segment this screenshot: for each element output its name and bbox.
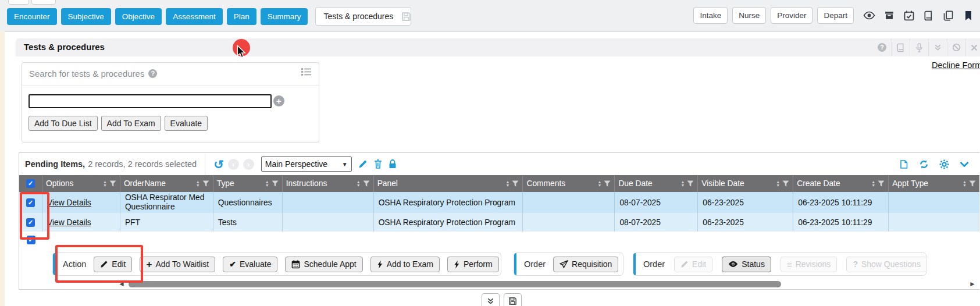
filter-icon[interactable] <box>604 180 611 187</box>
bookmark-icon[interactable] <box>962 10 974 22</box>
search-panel: Search for tests & procedures ? + Add To… <box>22 62 319 143</box>
button-label: Status <box>742 259 765 269</box>
row-checkbox[interactable]: ✓ <box>19 213 42 232</box>
filter-icon[interactable] <box>878 180 885 187</box>
evaluate-button[interactable]: ✔ Evaluate <box>223 257 277 272</box>
row-checkbox[interactable]: ✓ <box>19 192 42 213</box>
add-to-exam-button[interactable]: Add To Exam <box>101 116 161 131</box>
scroll-right-arrow[interactable]: ► <box>969 280 976 288</box>
table-row[interactable]: ✓ View Details PFT Tests OSHA Respirator… <box>19 213 979 232</box>
microphone-icon[interactable] <box>910 38 928 56</box>
sort-icon[interactable]: ▲▼ <box>680 180 685 187</box>
undo-icon[interactable]: ↺ <box>213 158 224 170</box>
sort-icon[interactable]: ▲▼ <box>103 180 107 187</box>
copy-icon[interactable] <box>942 10 954 22</box>
horizontal-scrollbar[interactable] <box>129 281 781 287</box>
tab-tests-procedures[interactable]: Tests & procedures <box>315 7 411 26</box>
cell-comments <box>523 192 615 213</box>
column-header-appt-type[interactable]: Appt Type ▲▼ <box>889 175 979 192</box>
tab-encounter[interactable]: Encounter <box>7 8 57 25</box>
sort-icon[interactable]: ▲▼ <box>871 180 875 187</box>
archive-icon[interactable] <box>883 10 895 22</box>
intake-button[interactable]: Intake <box>693 7 728 24</box>
tab-assessment[interactable]: Assessment <box>166 8 223 25</box>
column-header-due-date[interactable]: Due Date ▲▼ <box>615 175 698 192</box>
edit-button[interactable]: Edit <box>94 257 132 272</box>
sort-icon[interactable]: ▲▼ <box>265 180 269 187</box>
filter-icon[interactable] <box>687 180 694 187</box>
book-icon[interactable] <box>922 10 935 22</box>
filter-icon[interactable] <box>969 180 976 187</box>
requisition-button[interactable]: Requisition <box>553 257 618 272</box>
filter-icon[interactable] <box>272 180 279 187</box>
perform-button[interactable]: Perform <box>447 257 499 272</box>
table-row[interactable]: ✓ View Details OSHA Respirator Med Quest… <box>19 192 979 213</box>
add-icon[interactable]: + <box>273 95 284 106</box>
sort-icon[interactable]: ▲▼ <box>196 180 200 187</box>
decline-form-link[interactable]: Decline Form <box>932 61 980 70</box>
column-header-instructions[interactable]: Instructions ▲▼ <box>283 175 374 192</box>
depart-button[interactable]: Depart <box>817 7 854 24</box>
chevron-down-icon[interactable] <box>960 161 969 168</box>
column-header-panel[interactable]: Panel ▲▼ <box>374 175 523 192</box>
book-icon[interactable] <box>891 38 910 56</box>
view-details-link[interactable]: View Details <box>47 218 91 227</box>
save-icon[interactable] <box>401 12 411 22</box>
order-edit-button[interactable]: Edit <box>674 257 712 272</box>
footer-checkbox[interactable]: ✓ <box>19 236 42 244</box>
filter-icon[interactable] <box>782 180 789 187</box>
filter-icon[interactable] <box>363 180 370 187</box>
status-button[interactable]: Status <box>722 257 771 272</box>
add-to-exam-button[interactable]: Add to Exam <box>370 257 440 272</box>
column-header-comments[interactable]: Comments ▲▼ <box>523 175 615 192</box>
perspective-select[interactable]: Main Perspective ▼ <box>261 156 352 172</box>
help-icon[interactable]: ? <box>148 69 157 78</box>
refresh-icon[interactable] <box>919 159 929 169</box>
provider-button[interactable]: Provider <box>771 7 812 24</box>
document-icon[interactable] <box>899 159 908 169</box>
revisions-button[interactable]: ≡ Revisions <box>781 257 837 272</box>
filter-icon[interactable] <box>109 180 116 187</box>
add-to-waitlist-button[interactable]: + Add To Waitlist <box>140 257 215 272</box>
sort-icon[interactable]: ▲▼ <box>963 180 967 187</box>
sort-icon[interactable]: ▲▼ <box>597 180 601 187</box>
save-section-button[interactable] <box>504 293 522 306</box>
scroll-left-arrow[interactable]: ◄ <box>118 280 125 288</box>
collapse-section-button[interactable] <box>482 293 500 306</box>
column-header-visible-date[interactable]: Visible Date ▲▼ <box>698 175 793 192</box>
double-chevron-down-icon[interactable] <box>928 38 947 56</box>
sort-icon[interactable]: ▲▼ <box>357 180 361 187</box>
tab-subjective[interactable]: Subjective <box>61 8 111 25</box>
forward-icon[interactable]: › <box>243 159 254 170</box>
back-icon[interactable]: ‹ <box>228 159 239 170</box>
calendar-check-icon[interactable] <box>903 10 915 22</box>
column-header-type[interactable]: Type ▲▼ <box>213 175 283 192</box>
add-to-due-list-button[interactable]: Add To Due List <box>28 116 98 131</box>
eye-icon[interactable] <box>863 10 875 22</box>
pencil-icon[interactable] <box>358 159 368 169</box>
close-icon[interactable] <box>965 38 980 56</box>
column-header-options[interactable]: Options ▲▼ <box>42 175 120 192</box>
list-icon[interactable] <box>301 67 312 76</box>
slash-circle-icon[interactable] <box>947 38 965 56</box>
view-details-link[interactable]: View Details <box>47 198 91 207</box>
lock-icon[interactable] <box>389 159 397 169</box>
tab-summary[interactable]: Summary <box>261 8 308 25</box>
help-icon[interactable]: ? <box>873 38 891 56</box>
tab-objective[interactable]: Objective <box>115 8 162 25</box>
nurse-button[interactable]: Nurse <box>732 7 766 24</box>
trash-icon[interactable] <box>374 159 382 169</box>
evaluate-button[interactable]: Evaluate <box>165 116 208 131</box>
schedule-appt-button[interactable]: Schedule Appt <box>285 257 362 272</box>
filter-icon[interactable] <box>512 180 519 187</box>
sort-icon[interactable]: ▲▼ <box>776 180 780 187</box>
filter-icon[interactable] <box>202 180 209 187</box>
select-all-checkbox[interactable]: ✓ <box>19 175 42 192</box>
column-header-create-date[interactable]: Create Date ▲▼ <box>793 175 889 192</box>
search-input[interactable] <box>28 94 272 108</box>
show-questions-button[interactable]: ? Show Questions <box>846 257 927 272</box>
gear-icon[interactable] <box>939 159 949 169</box>
column-header-ordername[interactable]: OrderName ▲▼ <box>120 175 213 192</box>
tab-plan[interactable]: Plan <box>227 8 256 25</box>
sort-icon[interactable]: ▲▼ <box>506 180 510 187</box>
